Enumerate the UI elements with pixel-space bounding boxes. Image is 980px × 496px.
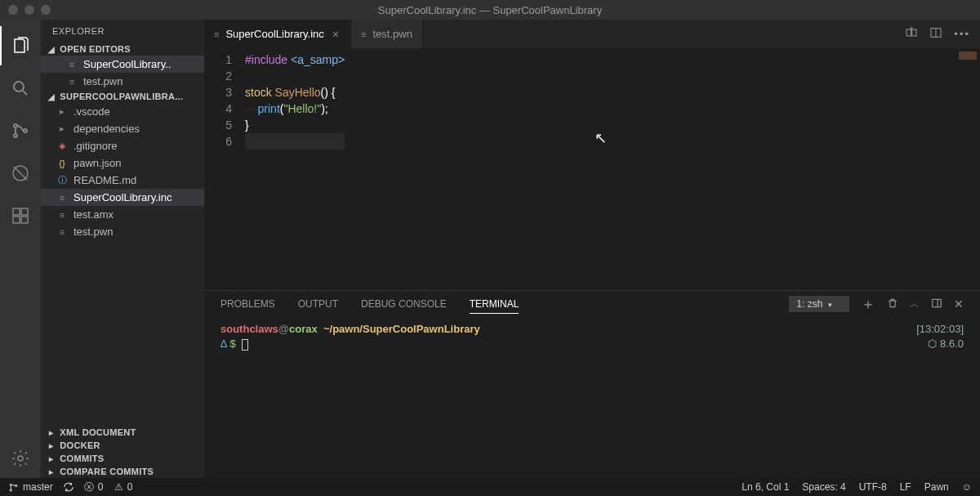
status-bar: master ⓧ0 ⚠0 Ln 6, Col 1 Spaces: 4 UTF-8… — [0, 478, 980, 496]
move-panel-icon[interactable] — [931, 297, 942, 311]
folder-item[interactable]: ▸dependencies — [41, 120, 204, 137]
file-icon: ≡ — [361, 29, 366, 39]
encoding[interactable]: UTF-8 — [859, 481, 887, 493]
terminal-cursor — [242, 339, 248, 351]
svg-point-1 — [14, 124, 17, 127]
extensions-icon[interactable] — [0, 196, 41, 235]
explorer-icon[interactable] — [0, 26, 41, 65]
editor-tab[interactable]: ≡SuperCoolLibrary.inc× — [204, 20, 351, 48]
open-editor-item[interactable]: ≡SuperCoolLibrary.. — [41, 56, 204, 73]
minimap[interactable] — [915, 48, 980, 290]
terminal-user: southclaws — [220, 323, 278, 335]
ring-icon: ⬡ — [928, 337, 937, 350]
feedback-icon[interactable]: ☺ — [962, 481, 972, 493]
svg-point-12 — [911, 28, 912, 29]
open-editor-item[interactable]: ≡test.pwn — [41, 73, 204, 90]
sidebar-title: EXPLORER — [41, 20, 204, 42]
collapsed-section[interactable]: ▸ COMMITS — [41, 452, 204, 465]
svg-rect-10 — [906, 29, 911, 36]
code-line[interactable] — [245, 68, 345, 84]
debug-icon[interactable] — [0, 154, 41, 193]
svg-rect-14 — [933, 299, 942, 306]
code-content[interactable]: #include <a_samp> stock SayHello() {····… — [245, 48, 345, 290]
chevron-right-icon: ▸ — [56, 106, 69, 117]
cursor-position[interactable]: Ln 6, Col 1 — [742, 481, 789, 493]
file-item[interactable]: {}pawn.json — [41, 154, 204, 172]
search-icon[interactable] — [0, 69, 41, 108]
settings-gear-icon[interactable] — [0, 439, 41, 478]
file-item[interactable]: ⓘREADME.md — [41, 172, 204, 189]
split-editor-icon[interactable] — [929, 26, 942, 42]
close-window-icon[interactable] — [8, 5, 18, 15]
file-item[interactable]: ≡SuperCoolLibrary.inc — [41, 189, 204, 206]
open-editors-header[interactable]: ◢ OPEN EDITORS — [41, 42, 204, 56]
chevron-right-icon: ▸ — [56, 123, 69, 134]
svg-rect-11 — [912, 29, 916, 36]
panel-tab-problems[interactable]: PROBLEMS — [220, 295, 275, 314]
panel-tab-debug-console[interactable]: DEBUG CONSOLE — [361, 295, 447, 314]
svg-point-16 — [10, 489, 11, 490]
compare-icon[interactable] — [905, 26, 918, 42]
eol[interactable]: LF — [900, 481, 911, 493]
panel-tab-output[interactable]: OUTPUT — [298, 295, 338, 314]
svg-point-17 — [16, 485, 17, 486]
file-item[interactable]: ≡test.pwn — [41, 223, 204, 240]
explorer-sidebar: EXPLORER ◢ OPEN EDITORS ≡SuperCoolLibrar… — [41, 20, 204, 478]
file-item[interactable]: ≡test.amx — [41, 206, 204, 223]
panel-tab-terminal[interactable]: TERMINAL — [470, 295, 519, 314]
file-icon: ≡ — [214, 29, 219, 39]
folder-item[interactable]: ▸.vscode — [41, 103, 204, 120]
svg-point-2 — [14, 134, 17, 137]
svg-point-9 — [18, 456, 23, 461]
terminal-selector[interactable]: 1: zsh ▾ — [789, 296, 849, 312]
indentation[interactable]: Spaces: 4 — [802, 481, 845, 493]
file-icon: ⓘ — [56, 174, 69, 186]
svg-point-0 — [14, 82, 24, 92]
terminal-host: corax — [289, 323, 318, 335]
collapsed-section[interactable]: ▸ COMPARE COMMITS — [41, 465, 204, 478]
more-actions-icon[interactable]: ••• — [954, 28, 970, 40]
minimize-window-icon[interactable] — [24, 5, 34, 15]
editor-tab[interactable]: ≡test.pwn — [351, 20, 423, 48]
line-gutter: 123456 — [204, 48, 245, 290]
collapsed-section[interactable]: ▸ XML DOCUMENT — [41, 426, 204, 439]
new-terminal-icon[interactable]: ＋ — [861, 294, 875, 314]
project-header[interactable]: ◢ SUPERCOOLPAWNLIBRA... — [41, 90, 204, 103]
mouse-cursor-icon: ↖ — [595, 130, 607, 146]
warning-icon: ⚠ — [114, 481, 123, 493]
code-editor[interactable]: 123456 #include <a_samp> stock SayHello(… — [204, 48, 980, 290]
error-icon: ⓧ — [84, 480, 94, 494]
kill-terminal-icon[interactable] — [887, 297, 898, 311]
code-line[interactable]: #include <a_samp> — [245, 51, 345, 68]
terminal[interactable]: southclaws@corax ~/pawn/SuperCoolPawnLib… — [204, 317, 980, 478]
file-icon: ≡ — [56, 210, 69, 220]
file-icon: ◈ — [56, 141, 69, 151]
branch-indicator[interactable]: master — [8, 481, 53, 493]
sync-button[interactable] — [63, 481, 74, 493]
code-line[interactable] — [245, 133, 345, 150]
source-control-icon[interactable] — [0, 111, 41, 150]
code-line[interactable]: ····print("Hello!"); — [245, 101, 345, 117]
editor-tabs: ≡SuperCoolLibrary.inc×≡test.pwn ••• — [204, 20, 980, 48]
file-icon: ≡ — [56, 193, 69, 203]
close-panel-icon[interactable]: ✕ — [954, 297, 964, 311]
problems-indicator[interactable]: ⓧ0 ⚠0 — [84, 480, 133, 494]
svg-rect-6 — [21, 208, 28, 215]
svg-point-3 — [24, 129, 27, 132]
svg-rect-8 — [21, 217, 28, 223]
code-line[interactable]: stock SayHello() { — [245, 84, 345, 101]
window-title: SuperCoolLibrary.inc — SuperCoolPawnLibr… — [0, 4, 980, 16]
collapsed-section[interactable]: ▸ DOCKER — [41, 439, 204, 452]
editor-group: ≡SuperCoolLibrary.inc×≡test.pwn ••• 1234… — [204, 20, 980, 478]
maximize-window-icon[interactable] — [41, 5, 51, 15]
code-line[interactable]: } — [245, 117, 345, 133]
file-icon: ≡ — [56, 227, 69, 237]
language-mode[interactable]: Pawn — [924, 481, 949, 493]
activity-bar — [0, 20, 41, 478]
close-tab-icon[interactable]: × — [331, 28, 341, 41]
window-controls — [8, 5, 51, 15]
file-item[interactable]: ◈.gitignore — [41, 137, 204, 154]
svg-rect-7 — [13, 217, 20, 223]
maximize-panel-icon[interactable]: ︿ — [910, 297, 920, 311]
file-icon: ≡ — [65, 60, 78, 69]
